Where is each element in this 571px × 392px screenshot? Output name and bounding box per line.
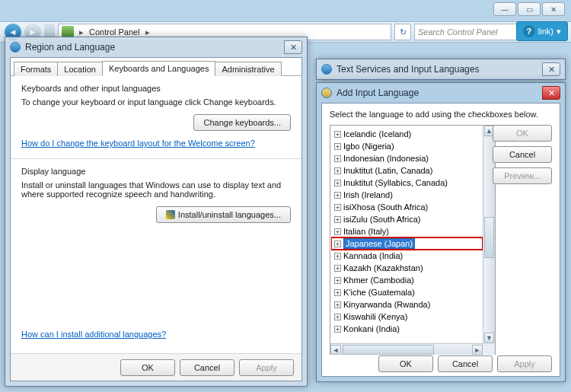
- preview-button[interactable]: Preview...: [493, 167, 552, 184]
- language-tree-item[interactable]: +Konkani (India): [331, 323, 483, 335]
- vscroll-thumb[interactable]: [484, 217, 494, 258]
- language-tree-item[interactable]: +Indonesian (Indonesia): [331, 152, 483, 164]
- tab-strip: FormatsLocationKeyboards and LanguagesAd…: [11, 58, 301, 76]
- expand-icon[interactable]: +: [334, 326, 341, 333]
- side-buttons: OK Cancel Preview...: [493, 125, 552, 184]
- tab-formats[interactable]: Formats: [14, 62, 58, 76]
- close-button[interactable]: ✕: [542, 86, 560, 100]
- expand-icon[interactable]: +: [334, 301, 341, 308]
- region-language-window: Region and Language ✕ FormatsLocationKey…: [5, 37, 308, 387]
- keyboards-instruction: To change your keyboard or input languag…: [21, 97, 291, 107]
- language-tree-item[interactable]: +Inuktitut (Latin, Canada): [331, 164, 483, 177]
- expand-icon[interactable]: +: [334, 131, 341, 138]
- expand-icon[interactable]: +: [334, 314, 341, 320]
- expand-icon[interactable]: +: [334, 167, 341, 174]
- language-tree-item[interactable]: +Kinyarwanda (Rwanda): [331, 298, 483, 311]
- add-input-language-window: Add Input Language ✕ Select the language…: [316, 82, 566, 382]
- expand-icon[interactable]: +: [334, 143, 341, 150]
- expand-icon[interactable]: +: [334, 265, 341, 272]
- apply-button[interactable]: Apply: [239, 359, 294, 376]
- keyboard-icon: [321, 64, 332, 75]
- language-tree-item[interactable]: +K'iche (Guatemala): [331, 286, 483, 298]
- help-icon: ?: [523, 25, 535, 37]
- background-window-controls: ― ▭ ✕: [493, 2, 565, 16]
- expand-icon[interactable]: +: [334, 192, 341, 199]
- expand-icon[interactable]: +: [334, 253, 341, 260]
- hscroll-thumb[interactable]: [343, 345, 434, 355]
- help-link-badge[interactable]: ? link) ▾: [516, 21, 568, 41]
- language-tree-item[interactable]: +isiXhosa (South Africa): [331, 201, 483, 213]
- keyboard-icon: [321, 88, 332, 98]
- expand-icon[interactable]: +: [334, 277, 341, 284]
- expand-icon[interactable]: +: [334, 204, 341, 211]
- language-tree-item[interactable]: +Icelandic (Iceland): [331, 128, 483, 140]
- globe-icon: [10, 42, 21, 53]
- expand-icon[interactable]: +: [334, 216, 341, 223]
- chevron-down-icon: ▾: [557, 27, 561, 37]
- dialog-footer: OK Cancel Apply: [11, 353, 301, 381]
- instruction-text: Select the language to add using the che…: [322, 104, 560, 123]
- maximize-button[interactable]: ▭: [518, 2, 541, 16]
- close-button[interactable]: ✕: [284, 40, 302, 54]
- apply-button[interactable]: Apply: [497, 355, 552, 372]
- window-title: Text Services and Input Languages: [337, 64, 479, 75]
- language-tree-item[interactable]: +Kannada (India): [331, 250, 483, 262]
- ok-button[interactable]: OK: [493, 125, 552, 142]
- display-language-instruction: Install or uninstall languages that Wind…: [21, 180, 291, 199]
- expand-icon[interactable]: +: [334, 289, 341, 296]
- cancel-button[interactable]: Cancel: [438, 355, 493, 372]
- language-tree-item[interactable]: +Irish (Ireland): [331, 189, 483, 201]
- window-title: Add Input Language: [337, 88, 419, 98]
- scroll-right-button[interactable]: ►: [472, 345, 483, 355]
- cancel-button[interactable]: Cancel: [180, 359, 234, 376]
- tab-location[interactable]: Location: [57, 62, 103, 76]
- language-tree-item[interactable]: +Japanese (Japan): [331, 237, 483, 250]
- uac-shield-icon: [166, 210, 175, 219]
- language-tree-item[interactable]: +Igbo (Nigeria): [331, 140, 483, 152]
- window-title: Region and Language: [25, 42, 115, 53]
- install-languages-button[interactable]: Install/uninstall languages...: [156, 206, 291, 223]
- refresh-button[interactable]: ↻: [394, 24, 411, 40]
- minimize-button[interactable]: ―: [493, 2, 516, 16]
- additional-languages-help-link[interactable]: How can I install additional languages?: [21, 330, 166, 339]
- expand-icon[interactable]: +: [334, 155, 341, 162]
- language-tree-item[interactable]: +Inuktitut (Syllabics, Canada): [331, 177, 483, 189]
- tab-administrative[interactable]: Administrative: [215, 62, 281, 76]
- language-tree-item[interactable]: +isiZulu (South Africa): [331, 213, 483, 225]
- dialog-footer: OK Cancel Apply: [322, 355, 560, 376]
- change-keyboards-button[interactable]: Change keyboards...: [193, 114, 291, 131]
- scroll-left-button[interactable]: ◄: [330, 345, 341, 355]
- ok-button[interactable]: OK: [378, 355, 433, 372]
- language-tree-item[interactable]: +Kazakh (Kazakhstan): [331, 262, 483, 274]
- language-tree[interactable]: +Icelandic (Iceland)+Igbo (Nigeria)+Indo…: [330, 125, 496, 356]
- display-language-section-title: Display language: [21, 167, 291, 176]
- keyboards-section-title: Keyboards and other input languages: [21, 84, 291, 93]
- language-tree-item[interactable]: +Khmer (Cambodia): [331, 274, 483, 286]
- language-tree-item[interactable]: +Kiswahili (Kenya): [331, 311, 483, 323]
- horizontal-scrollbar[interactable]: ◄►: [330, 343, 483, 355]
- scroll-down-button[interactable]: ▼: [484, 333, 494, 343]
- breadcrumb-item[interactable]: Control Panel: [89, 27, 140, 37]
- expand-icon[interactable]: +: [334, 241, 341, 247]
- language-tree-item[interactable]: +Italian (Italy): [331, 225, 483, 237]
- tab-keyboards-and-languages[interactable]: Keyboards and Languages: [102, 61, 216, 76]
- expand-icon[interactable]: +: [334, 228, 341, 235]
- close-button[interactable]: ✕: [542, 62, 560, 76]
- close-button[interactable]: ✕: [542, 2, 565, 16]
- expand-icon[interactable]: +: [334, 180, 341, 186]
- cancel-button[interactable]: Cancel: [493, 146, 552, 163]
- welcome-screen-help-link[interactable]: How do I change the keyboard layout for …: [21, 139, 255, 148]
- ok-button[interactable]: OK: [120, 359, 175, 376]
- text-services-window: Text Services and Input Languages ✕: [316, 59, 566, 80]
